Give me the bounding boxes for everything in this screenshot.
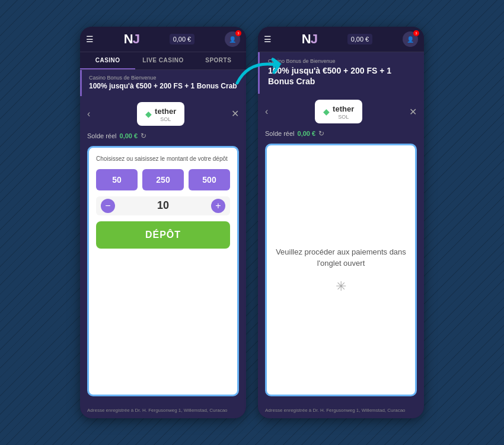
right-bonus-banner: Casino Bonus de Bienvenue 100% jusqu'à €… [258,52,424,94]
right-tether-badge: ◆ tether SOL [315,100,362,123]
prev-arrow[interactable]: ‹ [87,109,90,119]
deposit-button[interactable]: DÉPÔT [96,221,230,249]
bonus-title: 100% jusqu'à €500 + 200 FS + 1 Bonus Cra… [89,82,239,91]
bonus-label: Casino Bonus de Bienvenue [89,75,239,81]
left-phone-header: ☰ NJ 0,00 € 👤 3 [80,27,246,52]
payment-text: Veuillez procéder aux paiements dans l'o… [267,246,415,269]
right-prev-arrow[interactable]: ‹ [265,106,268,117]
right-tether-sub: SOL [333,114,354,120]
tab-casino[interactable]: CASINO [80,52,135,69]
amount-50-button[interactable]: 50 [96,169,138,190]
amount-buttons: 50 250 500 [96,169,230,190]
tether-sub: SOL [155,116,176,122]
left-deposit-section: ‹ ◆ tether SOL ✕ Solde réel 0,00 € ↻ Cho… [80,96,246,402]
notification-icon[interactable]: 👤 3 [225,31,240,47]
right-menu-icon[interactable]: ☰ [264,34,272,44]
amount-250-button[interactable]: 250 [142,169,184,190]
right-phone-footer: Adresse enregistrée à Dr. H. Fergusonweg… [258,402,424,418]
tether-badge: ◆ tether SOL [137,102,184,126]
right-balance-row: Solde réel 0,00 € ↻ [265,129,417,138]
balance-label: Solde réel [87,132,117,139]
amount-500-button[interactable]: 500 [189,169,230,190]
stepper-row: − 10 + [96,196,230,215]
tether-diamond-icon: ◆ [145,109,152,119]
right-bonus-title: 100% jusqu'à €500 + 200 FS + 1 Bonus Cra… [268,65,416,87]
right-header-balance: 0,00 € [347,34,373,44]
refresh-icon[interactable]: ↻ [141,132,146,140]
close-button[interactable]: ✕ [231,108,239,119]
notification-badge: 3 [235,30,241,36]
right-header-icons: 👤 3 [403,31,418,47]
tether-row: ‹ ◆ tether SOL ✕ [87,102,239,126]
right-tether-name: tether [333,104,354,113]
bonus-banner: Casino Bonus de Bienvenue 100% jusqu'à €… [80,70,246,96]
right-tether-row: ‹ ◆ tether SOL ✕ [265,100,417,123]
decrement-button[interactable]: − [101,199,115,213]
address-text: Adresse enregistrée à Dr. H. Fergusonweg… [87,408,228,413]
deposit-hint: Choisissez ou saisissez le montant de vo… [96,155,230,163]
right-phone: ☰ NJ 0,00 € 👤 3 Casino Bonus de Bienvenu… [258,27,424,418]
tab-sports[interactable]: SPORTS [191,52,246,69]
loading-spinner: ✳ [336,279,346,294]
right-logo: NJ [302,31,317,47]
balance-row: Solde réel 0,00 € ↻ [87,132,239,140]
deposit-box: Choisissez ou saisissez le montant de vo… [87,146,239,396]
right-bonus-label: Casino Bonus de Bienvenue [268,58,416,64]
right-notification-badge: 3 [413,30,419,36]
left-phone: ☰ NJ 0,00 € 👤 3 CASINO LIVE CASINO SPORT… [80,27,246,418]
left-phone-nav: CASINO LIVE CASINO SPORTS [80,52,246,70]
right-deposit-section: ‹ ◆ tether SOL ✕ Solde réel 0,00 € ↻ Veu… [258,94,424,402]
balance-amount: 0,00 € [120,132,138,139]
header-icons: 👤 3 [225,31,240,47]
right-notification-icon[interactable]: 👤 3 [403,31,418,47]
stepper-value: 10 [157,199,169,212]
right-address-text: Adresse enregistrée à Dr. H. Fergusonweg… [265,408,406,413]
right-balance-label: Solde réel [265,130,295,137]
tether-name: tether [155,107,176,116]
left-phone-footer: Adresse enregistrée à Dr. H. Fergusonweg… [80,402,246,418]
right-refresh-icon[interactable]: ↻ [318,129,324,138]
right-close-button[interactable]: ✕ [409,106,417,117]
tab-live-casino[interactable]: LIVE CASINO [135,52,190,69]
right-balance-amount: 0,00 € [298,130,316,137]
right-phone-header: ☰ NJ 0,00 € 👤 3 [258,27,424,52]
menu-icon[interactable]: ☰ [86,34,94,44]
right-tether-diamond-icon: ◆ [323,107,330,116]
header-balance: 0,00 € [170,34,195,44]
increment-button[interactable]: + [211,199,225,213]
logo: NJ [124,31,139,47]
payment-pending-box: Veuillez procéder aux paiements dans l'o… [265,144,417,396]
